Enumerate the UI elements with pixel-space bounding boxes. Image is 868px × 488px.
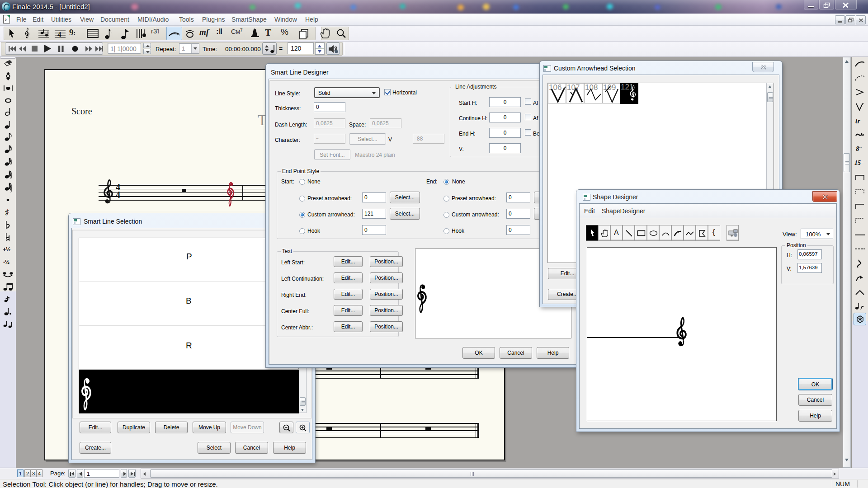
svg-text:4: 4: [57, 30, 61, 39]
